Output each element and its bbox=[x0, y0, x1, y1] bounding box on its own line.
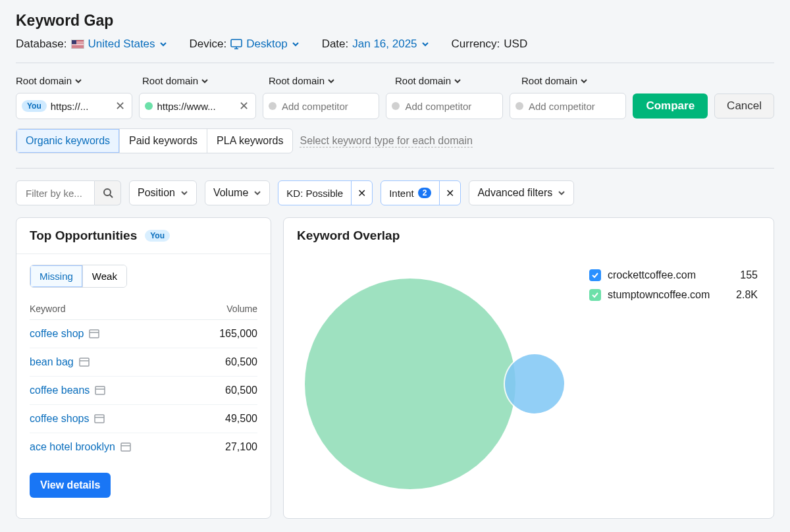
legend-domain: stumptowncoffee.com bbox=[608, 289, 710, 301]
tab-missing[interactable]: Missing bbox=[30, 265, 83, 287]
device-value: Desktop bbox=[246, 38, 287, 51]
tab-paid-keywords[interactable]: Paid keywords bbox=[120, 129, 207, 153]
chevron-down-icon bbox=[74, 77, 82, 85]
serp-icon[interactable] bbox=[95, 386, 105, 395]
domain-type-select-2[interactable]: Root domain bbox=[269, 75, 388, 86]
legend-count: 2.8K bbox=[736, 289, 758, 301]
remove-kd-filter-icon[interactable]: ✕ bbox=[351, 181, 372, 205]
svg-rect-5 bbox=[95, 415, 104, 423]
svg-rect-6 bbox=[121, 443, 130, 451]
intent-filter-chip[interactable]: Intent 2 ✕ bbox=[381, 180, 461, 205]
table-row: coffee beans 60,500 bbox=[30, 377, 257, 405]
volume-value: 49,500 bbox=[225, 413, 257, 425]
serp-icon[interactable] bbox=[79, 358, 90, 367]
domain-color-dot bbox=[269, 102, 276, 110]
competitor-field[interactable] bbox=[404, 100, 496, 113]
domain-color-dot bbox=[515, 102, 523, 110]
competitor-field[interactable] bbox=[280, 100, 373, 113]
missing-weak-segment: Missing Weak bbox=[30, 265, 127, 288]
date-selector[interactable]: Date: Jan 16, 2025 bbox=[322, 38, 429, 51]
svg-point-1 bbox=[104, 189, 111, 196]
kd-filter-chip[interactable]: KD: Possible ✕ bbox=[278, 180, 373, 205]
advanced-filters[interactable]: Advanced filters bbox=[469, 180, 574, 205]
legend-count: 155 bbox=[740, 269, 758, 281]
search-icon bbox=[103, 188, 113, 198]
clear-icon[interactable]: ✕ bbox=[238, 100, 250, 112]
table-row: bean bag 60,500 bbox=[30, 348, 257, 377]
domain-input-4[interactable] bbox=[510, 93, 626, 119]
domain-input-2[interactable] bbox=[263, 93, 379, 119]
domain-type-select-1[interactable]: Root domain bbox=[142, 75, 262, 86]
domain-type-select-4[interactable]: Root domain bbox=[521, 75, 641, 86]
volume-value: 27,100 bbox=[225, 441, 257, 453]
device-label: Device: bbox=[190, 38, 227, 51]
opportunities-title: Top Opportunities bbox=[30, 228, 137, 243]
desktop-icon bbox=[230, 39, 242, 49]
keyword-overlap-card: Keyword Overlap crockettcoffee.com 155 bbox=[283, 217, 774, 519]
tab-pla-keywords[interactable]: PLA keywords bbox=[207, 129, 292, 153]
keyword-link[interactable]: bean bag bbox=[30, 356, 90, 368]
compare-button[interactable]: Compare bbox=[633, 93, 708, 119]
domain-color-dot bbox=[392, 102, 400, 110]
view-details-button[interactable]: View details bbox=[30, 473, 111, 498]
domain-color-dot bbox=[145, 102, 153, 110]
chevron-down-icon bbox=[201, 77, 209, 85]
database-selector[interactable]: Database: United States bbox=[16, 38, 167, 51]
keyword-link[interactable]: coffee shop bbox=[30, 328, 99, 340]
volume-value: 60,500 bbox=[225, 385, 257, 396]
date-value: Jan 16, 2025 bbox=[352, 38, 417, 51]
chevron-down-icon bbox=[454, 77, 461, 85]
currency-label: Currency: bbox=[452, 38, 500, 51]
chevron-down-icon bbox=[421, 40, 429, 48]
keyword-type-segment: Organic keywords Paid keywords PLA keywo… bbox=[16, 128, 293, 153]
domain-input-3[interactable] bbox=[386, 93, 502, 119]
legend-item[interactable]: stumptowncoffee.com 2.8K bbox=[589, 289, 758, 301]
keyword-link[interactable]: coffee beans bbox=[30, 385, 105, 396]
serp-icon[interactable] bbox=[89, 329, 99, 338]
domain-type-select-0[interactable]: Root domain bbox=[16, 75, 136, 86]
domain-type-select-3[interactable]: Root domain bbox=[395, 75, 515, 86]
chevron-down-icon bbox=[327, 77, 335, 85]
tab-organic-keywords[interactable]: Organic keywords bbox=[16, 129, 120, 153]
col-volume: Volume bbox=[226, 304, 257, 314]
page-title: Keyword Gap bbox=[16, 12, 774, 30]
you-badge: You bbox=[145, 230, 170, 242]
clear-icon[interactable]: ✕ bbox=[114, 100, 126, 112]
chevron-down-icon bbox=[580, 77, 588, 85]
chevron-down-icon bbox=[253, 189, 261, 197]
checkbox-icon[interactable] bbox=[589, 289, 601, 301]
volume-filter[interactable]: Volume bbox=[205, 180, 270, 205]
serp-icon[interactable] bbox=[120, 442, 131, 452]
keyword-link[interactable]: ace hotel brooklyn bbox=[30, 441, 131, 453]
cancel-button[interactable]: Cancel bbox=[714, 93, 774, 119]
competitor-field[interactable] bbox=[527, 100, 620, 113]
database-label: Database: bbox=[16, 38, 67, 51]
filter-keyword-field[interactable] bbox=[24, 187, 90, 200]
domain-input-0[interactable]: You https://... ✕ bbox=[16, 93, 132, 119]
overlap-legend: crockettcoffee.com 155 stumptowncoffee.c… bbox=[589, 265, 758, 502]
device-selector[interactable]: Device: Desktop bbox=[190, 38, 300, 51]
domain-input-1[interactable]: https://www... ✕ bbox=[139, 93, 255, 119]
svg-rect-4 bbox=[95, 386, 105, 394]
serp-icon[interactable] bbox=[94, 414, 105, 423]
legend-item[interactable]: crockettcoffee.com 155 bbox=[589, 269, 758, 281]
overlap-title: Keyword Overlap bbox=[297, 228, 400, 243]
us-flag-icon bbox=[71, 40, 84, 49]
keyword-link[interactable]: coffee shops bbox=[30, 413, 105, 425]
currency-display: Currency: USD bbox=[452, 38, 528, 51]
position-filter[interactable]: Position bbox=[129, 180, 197, 205]
svg-rect-0 bbox=[231, 40, 242, 47]
remove-intent-filter-icon[interactable]: ✕ bbox=[439, 181, 460, 205]
volume-value: 165,000 bbox=[219, 328, 257, 340]
you-badge: You bbox=[22, 100, 47, 112]
meta-row: Database: United States Device: Desktop … bbox=[16, 38, 774, 63]
select-type-per-domain-link[interactable]: Select keyword type for each domain bbox=[300, 135, 472, 147]
table-row: ace hotel brooklyn 27,100 bbox=[30, 433, 257, 461]
venn-diagram bbox=[300, 265, 576, 502]
filter-search-button[interactable] bbox=[95, 180, 121, 205]
legend-domain: crockettcoffee.com bbox=[608, 269, 696, 281]
table-row: coffee shops 49,500 bbox=[30, 405, 257, 433]
tab-weak[interactable]: Weak bbox=[83, 265, 126, 287]
checkbox-icon[interactable] bbox=[589, 269, 601, 281]
filter-keyword-input[interactable] bbox=[16, 180, 95, 205]
